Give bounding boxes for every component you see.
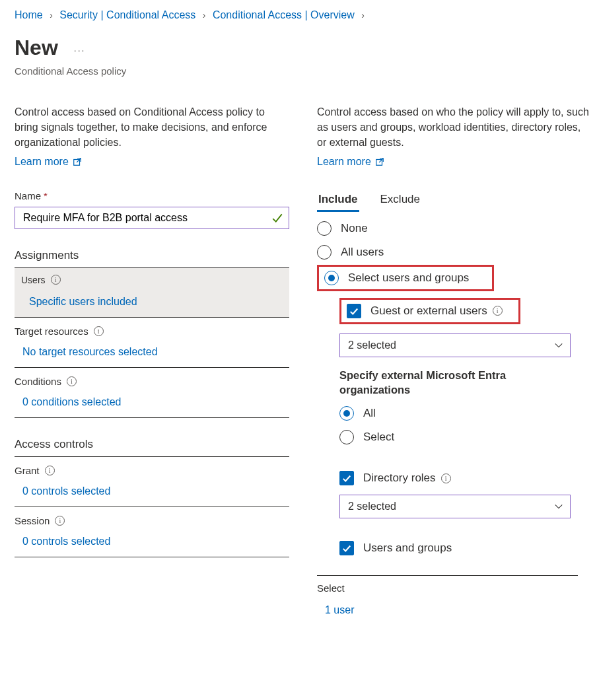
breadcrumb-overview[interactable]: Conditional Access | Overview (213, 9, 355, 20)
right-learn-more-link[interactable]: Learn more (317, 156, 384, 168)
radio-icon (339, 406, 354, 421)
radio-org-select-label: Select (363, 431, 394, 444)
right-intro-text: Control access based on who the policy w… (317, 104, 592, 151)
info-icon[interactable]: i (441, 473, 451, 483)
checkbox-users-and-groups[interactable]: Users and groups (339, 541, 592, 555)
highlight-guest-external: Guest or external users i (339, 298, 520, 324)
include-exclude-tabs: Include Exclude (317, 190, 592, 212)
radio-none[interactable]: None (317, 221, 592, 236)
info-icon[interactable]: i (493, 306, 503, 316)
radio-none-label: None (341, 222, 368, 235)
radio-select-users[interactable]: Select users and groups (324, 271, 469, 285)
grant-summary: 0 controls selected (22, 485, 289, 497)
chevron-right-icon: › (361, 10, 365, 20)
left-intro-text: Control access based on Conditional Acce… (15, 104, 289, 151)
directory-roles-value: 2 selected (348, 501, 396, 512)
radio-icon (339, 430, 354, 444)
info-icon[interactable]: i (67, 376, 77, 386)
users-label: Users (21, 275, 46, 285)
breadcrumb-home[interactable]: Home (15, 9, 43, 20)
directory-roles-label: Directory roles (363, 472, 436, 485)
divider (317, 575, 578, 576)
directory-roles-picker[interactable]: 2 selected (339, 495, 571, 518)
users-assignment-item[interactable]: Users i Specific users included (15, 268, 289, 318)
radio-select-users-label: Select users and groups (348, 271, 469, 285)
learn-more-label: Learn more (317, 156, 371, 168)
radio-all-users-label: All users (341, 246, 384, 259)
checkmark-icon (271, 212, 283, 224)
chevron-right-icon: › (50, 10, 53, 20)
conditions-item[interactable]: Conditions i 0 conditions selected (15, 368, 289, 418)
target-resources-summary: No target resources selected (22, 346, 289, 358)
radio-org-all-label: All (363, 407, 376, 420)
chevron-right-icon: › (203, 10, 206, 20)
page-subtitle: Conditional Access policy (15, 65, 582, 77)
info-icon[interactable]: i (94, 326, 104, 336)
conditions-label: Conditions (15, 376, 61, 387)
conditions-summary: 0 conditions selected (22, 396, 289, 408)
external-link-icon (73, 157, 82, 166)
name-field[interactable] (15, 207, 289, 229)
tab-include[interactable]: Include (317, 190, 359, 212)
select-section-header: Select (317, 582, 592, 594)
radio-icon (317, 245, 332, 260)
checkbox-icon (339, 471, 354, 485)
target-resources-item[interactable]: Target resources i No target resources s… (15, 318, 289, 368)
checkbox-icon (339, 541, 354, 555)
users-summary: Specific users included (29, 296, 283, 308)
guest-external-label: Guest or external users (370, 304, 487, 318)
radio-org-all[interactable]: All (339, 406, 592, 421)
left-learn-more-link[interactable]: Learn more (15, 156, 82, 168)
session-item[interactable]: Session i 0 controls selected (15, 507, 289, 557)
checkbox-guest-external[interactable]: Guest or external users i (347, 304, 503, 318)
radio-org-select[interactable]: Select (339, 430, 592, 444)
checkbox-directory-roles[interactable]: Directory roles i (339, 471, 592, 485)
specify-external-orgs-heading: Specify external Microsoft Entra organiz… (339, 368, 538, 398)
target-resources-label: Target resources (15, 326, 88, 337)
info-icon[interactable]: i (55, 516, 65, 526)
assignments-section-header: Assignments (15, 249, 289, 268)
info-icon[interactable]: i (45, 466, 55, 475)
breadcrumb-security[interactable]: Security | Conditional Access (59, 9, 195, 20)
highlight-select-users: Select users and groups (317, 265, 494, 291)
radio-icon (324, 271, 339, 285)
access-controls-section-header: Access controls (15, 438, 289, 457)
external-link-icon (375, 157, 384, 166)
users-and-groups-label: Users and groups (363, 542, 452, 555)
learn-more-label: Learn more (15, 156, 69, 168)
grant-label: Grant (15, 465, 40, 476)
guest-types-value: 2 selected (348, 339, 396, 351)
tab-exclude[interactable]: Exclude (379, 190, 421, 212)
name-input[interactable] (22, 211, 271, 225)
guest-types-picker[interactable]: 2 selected (339, 333, 571, 357)
chevron-down-icon (554, 502, 563, 511)
chevron-down-icon (554, 341, 563, 350)
more-menu-button[interactable]: ... (74, 43, 86, 53)
session-summary: 0 controls selected (22, 536, 289, 547)
page-title: New (15, 36, 58, 60)
checkbox-icon (347, 304, 361, 318)
session-label: Session (15, 515, 50, 526)
radio-all-users[interactable]: All users (317, 245, 592, 260)
breadcrumb: Home › Security | Conditional Access › C… (15, 9, 582, 21)
info-icon[interactable]: i (51, 275, 61, 285)
select-users-link[interactable]: 1 user (325, 604, 592, 616)
grant-item[interactable]: Grant i 0 controls selected (15, 457, 289, 507)
radio-icon (317, 221, 332, 236)
name-field-label: Name* (15, 190, 289, 201)
